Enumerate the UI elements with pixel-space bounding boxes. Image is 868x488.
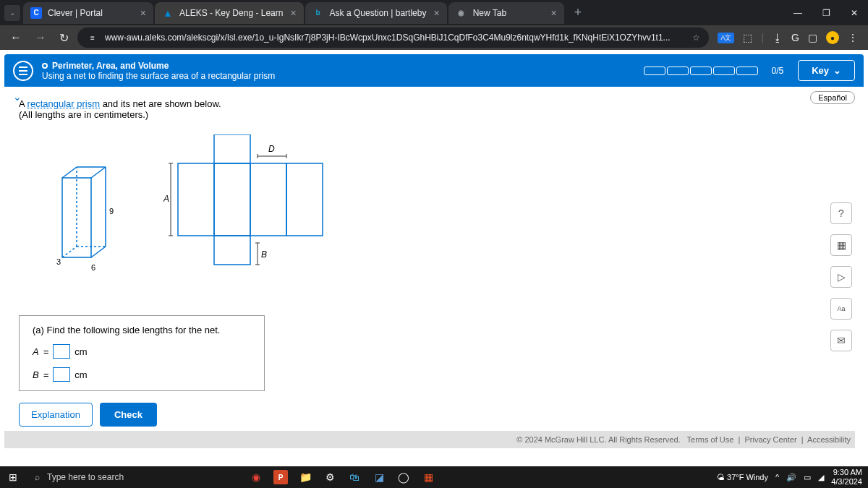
diagram-area: 3 6 9 A xyxy=(19,127,849,301)
svg-line-6 xyxy=(62,247,77,257)
minimize-button[interactable]: — xyxy=(783,2,812,24)
score-label: 0/5 xyxy=(771,66,783,76)
battery-icon[interactable]: ▭ xyxy=(804,473,811,482)
close-icon[interactable]: × xyxy=(283,7,296,19)
window-controls: — ❐ ✕ xyxy=(783,2,868,24)
store-icon[interactable]: 🛍 xyxy=(347,470,362,484)
clever-favicon: C xyxy=(30,7,42,19)
calculator-button[interactable]: ▦ xyxy=(830,234,852,256)
answer-row-b: B= cm xyxy=(33,367,251,382)
profile-icon[interactable]: ● xyxy=(826,31,839,44)
powerpoint-icon[interactable]: P xyxy=(273,470,288,484)
close-window-button[interactable]: ✕ xyxy=(841,2,868,24)
svg-text:6: 6 xyxy=(91,263,95,272)
url-input[interactable]: ≡ www-awu.aleks.com/alekscgi/x/Isl.exe/1… xyxy=(77,27,709,48)
page-content: Perimeter, Area, and Volume Using a net … xyxy=(0,50,868,466)
tab-search-dropdown[interactable]: ⌄ xyxy=(4,5,20,21)
help-button[interactable]: ? xyxy=(830,202,852,224)
accessibility-link[interactable]: Accessibility xyxy=(807,435,851,444)
category-dot-icon xyxy=(42,63,48,69)
new-tab-button[interactable]: + xyxy=(566,5,591,20)
cortana-icon[interactable]: ◯ xyxy=(396,470,411,484)
svg-rect-14 xyxy=(214,163,250,236)
chrome-icon[interactable]: ◉ xyxy=(249,470,263,484)
translate-icon[interactable]: A文 xyxy=(718,33,734,43)
svg-text:3: 3 xyxy=(56,257,61,266)
tool-sidebar: ? ▦ ▷ Aa ✉ xyxy=(830,202,852,351)
terms-link[interactable]: Terms of Use xyxy=(687,435,734,444)
privacy-link[interactable]: Privacy Center xyxy=(744,435,796,444)
video-button[interactable]: ▷ xyxy=(830,266,852,288)
net-figure: A C D B xyxy=(163,134,366,294)
message-button[interactable]: ✉ xyxy=(830,330,852,351)
maximize-button[interactable]: ❐ xyxy=(812,2,841,24)
url-text: www-awu.aleks.com/alekscgi/x/Isl.exe/1o_… xyxy=(105,33,671,43)
app-icon[interactable]: ◪ xyxy=(372,470,386,484)
start-button[interactable]: ⊞ xyxy=(0,466,26,488)
chevron-down-icon: ⌄ xyxy=(833,65,841,76)
system-tray: 🌤 37°F Windy ^ 🔊 ▭ ◢ 9:30 AM4/3/2024 xyxy=(717,468,868,487)
download-icon[interactable]: ⭳ xyxy=(773,32,783,43)
sound-icon[interactable]: 🔊 xyxy=(786,473,796,482)
svg-rect-15 xyxy=(250,163,286,236)
hamburger-menu[interactable] xyxy=(13,61,33,81)
close-icon[interactable]: × xyxy=(426,7,439,19)
clock[interactable]: 9:30 AM4/3/2024 xyxy=(831,468,862,487)
address-bar: ← → ↻ ≡ www-awu.aleks.com/alekscgi/x/Isl… xyxy=(0,25,868,50)
windows-taskbar: ⊞ ⌕ Type here to search ◉ P 📁 ⚙ 🛍 ◪ ◯ ▦ … xyxy=(0,466,868,488)
svg-rect-13 xyxy=(178,163,214,236)
close-icon[interactable]: × xyxy=(133,7,146,19)
settings-icon[interactable]: ⚙ xyxy=(323,470,337,484)
menu-icon[interactable]: ⋮ xyxy=(848,32,858,43)
svg-rect-16 xyxy=(286,163,323,236)
tab-aleks[interactable]: ▲ ALEKS - Key Deng - Learn × xyxy=(155,2,304,24)
taskbar-search[interactable]: ⌕ Type here to search xyxy=(26,472,243,482)
svg-text:D: D xyxy=(268,144,275,154)
problem-area: ⌄ Español A rectangular prism and its ne… xyxy=(4,87,864,448)
input-b[interactable] xyxy=(53,367,70,382)
tab-label: New Tab xyxy=(473,8,506,18)
aleks-footer: © 2024 McGraw Hill LLC. All Rights Reser… xyxy=(4,431,855,448)
tab-label: Ask a Question | bartleby xyxy=(330,8,427,18)
bookmark-icon[interactable]: ☆ xyxy=(692,33,700,43)
svg-line-3 xyxy=(91,247,106,257)
close-icon[interactable]: × xyxy=(543,7,556,19)
textbook-button[interactable]: Aa xyxy=(830,298,852,320)
tab-bartleby[interactable]: b Ask a Question | bartleby × xyxy=(305,2,447,24)
app2-icon[interactable]: ▦ xyxy=(421,470,435,484)
wifi-icon[interactable]: ◢ xyxy=(818,473,824,482)
bartleby-favicon: b xyxy=(312,7,324,19)
input-a[interactable] xyxy=(53,344,70,359)
svg-text:9: 9 xyxy=(109,207,114,215)
question-prompt: (a) Find the following side lengths for … xyxy=(33,325,251,335)
collapse-button[interactable]: ⌄ xyxy=(13,91,22,103)
aleks-header: Perimeter, Area, and Volume Using a net … xyxy=(4,54,864,87)
key-button[interactable]: Key⌄ xyxy=(798,60,855,81)
svg-text:B: B xyxy=(261,249,267,260)
explanation-button[interactable]: Explanation xyxy=(19,403,93,427)
back-button[interactable]: ← xyxy=(6,31,26,44)
progress-indicator: 0/5 xyxy=(644,66,783,76)
tab-label: ALEKS - Key Deng - Learn xyxy=(179,8,283,18)
svg-rect-17 xyxy=(214,236,250,265)
site-settings-icon[interactable]: ≡ xyxy=(86,31,99,44)
check-button[interactable]: Check xyxy=(100,403,157,427)
search-icon: ⌕ xyxy=(35,472,40,482)
explorer-icon[interactable]: 📁 xyxy=(298,470,312,484)
weather-widget[interactable]: 🌤 37°F Windy xyxy=(717,473,768,481)
prism-3d-figure: 3 6 9 xyxy=(55,163,135,272)
tray-chevron-icon[interactable]: ^ xyxy=(775,473,779,481)
forward-button[interactable]: → xyxy=(30,31,51,44)
tab-newtab[interactable]: ◉ New Tab × xyxy=(448,2,564,24)
svg-line-1 xyxy=(62,167,77,178)
tab-group-icon[interactable]: ▢ xyxy=(808,32,817,43)
google-icon[interactable]: G xyxy=(791,32,799,43)
extensions-icon[interactable]: ⬚ xyxy=(743,32,752,43)
answer-row-a: A= cm xyxy=(33,344,251,359)
svg-text:A: A xyxy=(163,194,169,204)
tab-label: Clever | Portal xyxy=(48,8,103,18)
language-toggle[interactable]: Español xyxy=(810,91,855,104)
tab-clever[interactable]: C Clever | Portal × xyxy=(23,2,153,24)
glossary-link[interactable]: rectangular prism xyxy=(27,98,100,109)
reload-button[interactable]: ↻ xyxy=(55,31,73,45)
